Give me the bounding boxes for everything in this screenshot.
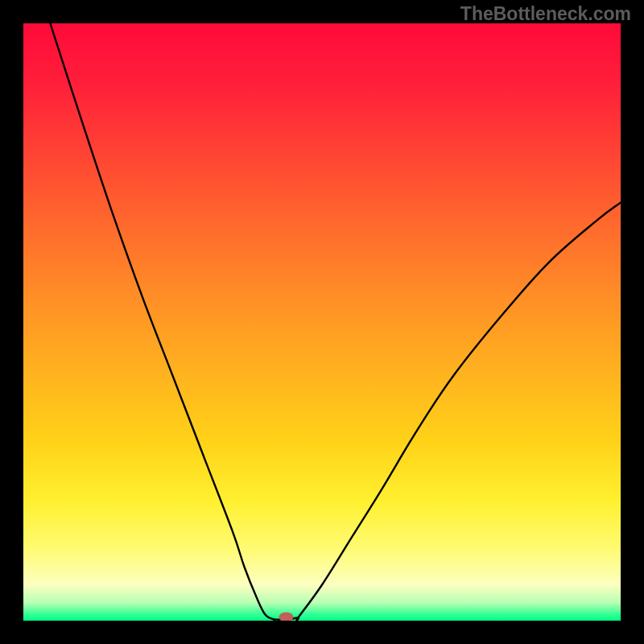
chart-svg xyxy=(23,23,621,621)
chart-frame: TheBottleneck.com xyxy=(0,0,644,644)
minimum-marker xyxy=(279,613,293,621)
bottleneck-curve xyxy=(50,23,621,620)
watermark-text: TheBottleneck.com xyxy=(460,3,631,25)
curve-group xyxy=(50,23,621,621)
